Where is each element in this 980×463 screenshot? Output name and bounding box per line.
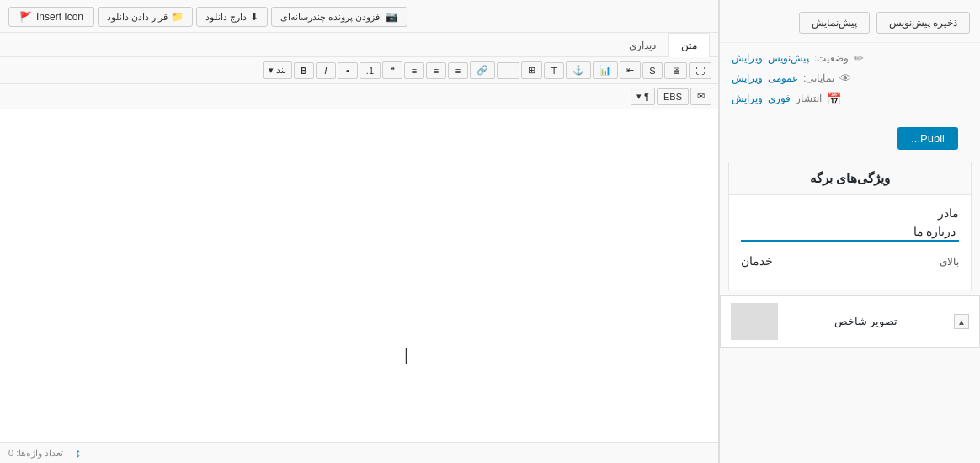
place-download-icon: 📁	[171, 11, 184, 23]
paragraph-dropdown-icon: ▾	[636, 91, 642, 102]
publish-row: 📅 انتشار فوری ویرایش	[732, 88, 968, 109]
table-button[interactable]: ⊞	[521, 61, 542, 79]
paragraph-icon: ¶	[644, 92, 649, 102]
visibility-edit-link[interactable]: ویرایش	[732, 72, 763, 84]
publish-link[interactable]: فوری	[768, 93, 791, 104]
parent-label: مادر	[741, 204, 959, 223]
insert-icon-button[interactable]: Insert Icon 🚩	[8, 7, 94, 27]
word-count: تعداد واژه‌ها: 0	[8, 448, 63, 459]
sidebar-top-buttons: ذخیره پیش‌نویس پیش‌نمایش	[720, 0, 980, 42]
parent-input[interactable]	[741, 223, 959, 242]
insert-icon-label: Insert Icon	[36, 11, 83, 23]
editor-area: 📷 افزودن پرونده چندرسانه‌ای ⬇ دارج دانلو…	[0, 0, 719, 463]
align-justify-button[interactable]: ≡	[448, 62, 468, 79]
format-select[interactable]: بند ▾	[263, 61, 292, 79]
email-button[interactable]: ✉	[690, 88, 711, 105]
publish-button[interactable]: Publi...	[897, 127, 958, 150]
visibility-label: نمایانی:	[803, 72, 834, 84]
add-media-button[interactable]: 📷 افزودن پرونده چندرسانه‌ای	[271, 7, 407, 27]
preview-button[interactable]: پیش‌نمایش	[799, 12, 870, 34]
download-insert-icon: ⬇	[250, 11, 258, 23]
format-toolbar-2: ✉ EBS ¶ ▾	[0, 84, 718, 109]
place-download-button[interactable]: 📁 قرار دادن دانلود	[98, 7, 193, 27]
page-attributes-title: ویژگی‌های برگه	[729, 162, 971, 195]
thumbnail-preview	[731, 303, 778, 340]
top-toolbar: 📷 افزودن پرونده چندرسانه‌ای ⬇ دارج دانلو…	[0, 0, 718, 33]
visibility-row: 👁 نمایانی: عمومی ویرایش	[732, 68, 968, 88]
thumbnail-arrow[interactable]: ▲	[954, 314, 969, 329]
visibility-link[interactable]: عمومی	[768, 72, 798, 84]
footer-icon: ↕	[75, 446, 81, 460]
child-row: بالای خدمان	[741, 250, 959, 273]
format-toolbar-1: ⛶ 🖥 S ⇤ 📊 ⚓ T ⊞ — 🔗 ≡ ≡ ≡ ❝ 1. • I B بند…	[0, 57, 718, 84]
order-label: بالای	[940, 256, 959, 268]
tab-text[interactable]: متن	[668, 33, 710, 57]
post-meta: ✏ وضعیت: پیش‌نویس ویرایش 👁 نمایانی: عموم…	[720, 42, 980, 115]
sidebar: ذخیره پیش‌نویس پیش‌نمایش ✏ وضعیت: پیش‌نو…	[719, 0, 980, 463]
status-edit-link[interactable]: ویرایش	[732, 52, 763, 64]
ol-button[interactable]: 1.	[360, 62, 381, 79]
format-dropdown-icon: ▾	[269, 65, 274, 76]
text-cursor: |	[404, 345, 408, 365]
thumbnail-panel: ▲ تصویر شاخص	[720, 295, 980, 348]
thumbnail-label: تصویر شاخص	[834, 315, 897, 328]
page-attributes-panel: ویژگی‌های برگه مادر بالای خدمان	[728, 162, 972, 290]
place-download-label: قرار دادن دانلود	[107, 12, 168, 23]
insert-download-button[interactable]: ⬇ دارج دانلود	[196, 7, 268, 27]
align-right-button[interactable]: ≡	[426, 62, 446, 79]
tab-bar: متن دیداری	[0, 33, 718, 57]
flag-icon: 🚩	[19, 11, 32, 23]
bold-button[interactable]: B	[294, 62, 314, 79]
status-link[interactable]: پیش‌نویس	[768, 52, 809, 64]
align-center-button[interactable]: ≡	[404, 62, 424, 79]
ul-button[interactable]: •	[338, 62, 358, 79]
status-label: وضعیت:	[814, 52, 849, 64]
publish-edit-link[interactable]: ویرایش	[732, 93, 763, 104]
status-icon: ✏	[854, 51, 864, 65]
tab-visual[interactable]: دیداری	[616, 33, 668, 57]
publish-label: انتشار	[796, 93, 822, 104]
link-button[interactable]: 🔗	[470, 61, 495, 79]
child-label: خدمان	[741, 252, 773, 271]
calendar-icon: 📅	[827, 92, 841, 105]
rtl-button[interactable]: ⇤	[620, 61, 641, 79]
parent-row: مادر	[741, 204, 959, 242]
media-icon: 📷	[386, 11, 398, 23]
italic-button[interactable]: I	[316, 62, 336, 79]
ebs-button[interactable]: EBS	[657, 88, 689, 105]
format-label: بند	[276, 65, 286, 76]
blockquote-button[interactable]: ❝	[382, 61, 402, 79]
insert-download-label: دارج دانلود	[205, 12, 247, 23]
add-media-label: افزودن پرونده چندرسانه‌ای	[280, 12, 382, 23]
save-draft-button[interactable]: ذخیره پیش‌نویس	[876, 12, 970, 34]
status-row: ✏ وضعیت: پیش‌نویس ویرایش	[732, 48, 968, 68]
distraction-free-button[interactable]: 🖥	[664, 62, 687, 79]
visibility-icon: 👁	[839, 72, 851, 85]
hr-button[interactable]: —	[497, 62, 519, 79]
text-color-button[interactable]: T	[544, 62, 564, 79]
editor-content[interactable]: |	[0, 109, 718, 442]
fullscreen-button[interactable]: ⛶	[689, 62, 711, 79]
editor-footer: ↕ تعداد واژه‌ها: 0	[0, 442, 718, 463]
order-row: بالای خدمان	[741, 250, 959, 273]
strikethrough-button[interactable]: S	[642, 62, 663, 79]
parent-section: مادر بالای خدمان	[729, 195, 971, 290]
publish-button-row: Publi...	[720, 115, 980, 162]
chart-button[interactable]: 📊	[593, 61, 618, 79]
anchor-button[interactable]: ⚓	[566, 61, 591, 79]
paragraph-select[interactable]: ¶ ▾	[631, 88, 655, 105]
